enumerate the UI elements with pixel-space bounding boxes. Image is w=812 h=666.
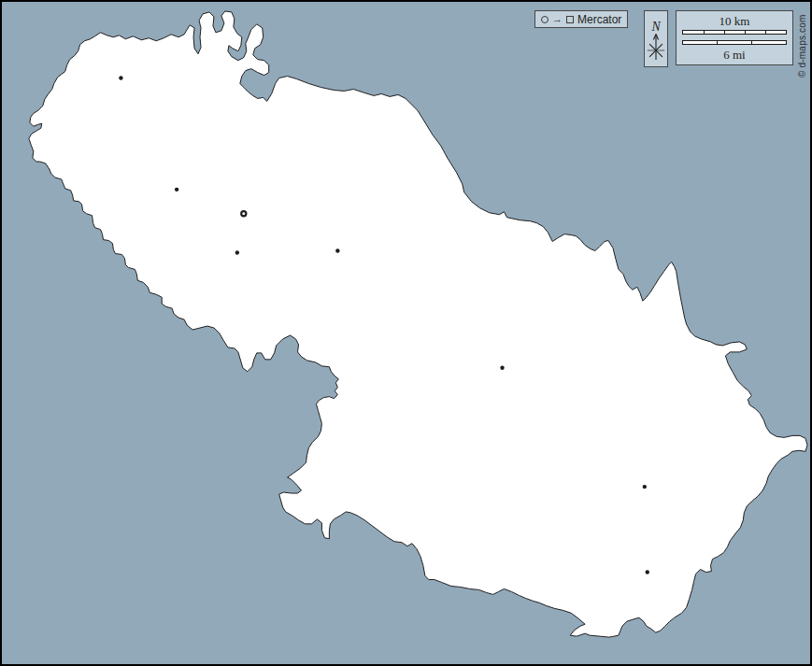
town-marker <box>500 366 504 370</box>
credit-text: © d-maps.com <box>797 14 807 78</box>
compass-rose-icon: N <box>645 11 667 66</box>
scale-mi-bar <box>682 40 787 45</box>
map-canvas: → Mercator N 10 km 6 mi © d-maps.com <box>0 0 812 666</box>
scale-mi-label: 6 mi <box>677 49 792 61</box>
town-marker <box>335 248 339 252</box>
scale-panel: 10 km 6 mi <box>676 10 793 65</box>
circle-icon <box>541 16 548 23</box>
town-marker <box>643 485 647 489</box>
town-marker <box>646 570 649 574</box>
north-label: N <box>650 20 661 34</box>
square-icon <box>566 16 574 23</box>
town-marker <box>119 76 122 79</box>
scale-km-label: 10 km <box>677 15 792 27</box>
island-coastline <box>29 11 807 637</box>
town-marker <box>175 188 178 191</box>
island-map <box>2 2 810 664</box>
arrow-right-icon: → <box>552 14 563 24</box>
compass-panel: N <box>644 10 668 67</box>
projection-legend: → Mercator <box>534 10 628 28</box>
projection-label: Mercator <box>577 14 621 25</box>
capital-marker <box>241 211 246 216</box>
scale-km-bar <box>682 30 787 35</box>
town-marker <box>235 250 239 254</box>
